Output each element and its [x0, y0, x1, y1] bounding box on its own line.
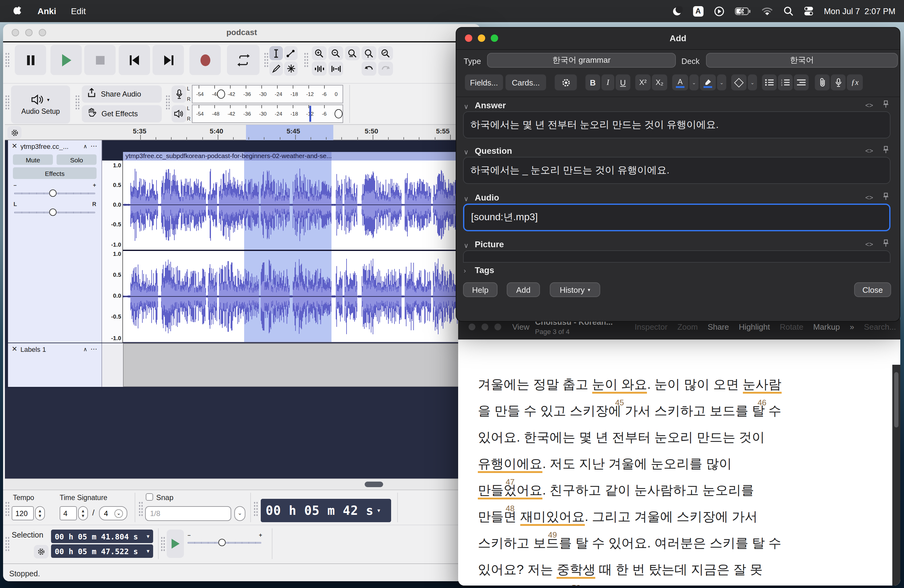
loop-button[interactable] [227, 45, 259, 75]
menu-edit[interactable]: Edit [71, 6, 86, 16]
toolbar-grip[interactable] [5, 95, 9, 109]
clip-title-bar[interactable]: ytmp3free.cc_subpdfkorean-podcast-for-be… [123, 152, 466, 161]
audacity-title-bar[interactable]: podcast [3, 24, 480, 43]
toolbar-grip[interactable] [304, 52, 308, 67]
snap-checkbox[interactable] [146, 493, 153, 501]
pin-icon[interactable] [883, 146, 889, 155]
picture-field[interactable] [463, 250, 890, 262]
playback-speed-thumb[interactable] [218, 539, 226, 546]
collapse-chevron-icon[interactable]: ∨ [464, 103, 469, 111]
superscript-button[interactable]: X² [635, 74, 651, 90]
play-button[interactable] [51, 45, 82, 75]
track-menu-icon[interactable]: ⋯ [90, 142, 98, 150]
stop-button[interactable] [84, 45, 115, 75]
time-signature-upper-input[interactable]: 4 [60, 506, 77, 520]
html-editor-icon[interactable]: <> [865, 147, 873, 154]
track-name[interactable]: ytmp3free.cc_... [20, 142, 80, 150]
tempo-stepper[interactable]: ▲▼ [35, 506, 45, 520]
italic-button[interactable]: I [601, 74, 614, 90]
text-color-caret-icon[interactable]: ⌄ [689, 74, 699, 90]
horizontal-scrollbar[interactable] [5, 479, 477, 490]
preview-tool-inspector[interactable]: Inspector [635, 322, 667, 332]
share-audio-button[interactable]: Share Audio [82, 85, 162, 103]
pan-slider-thumb[interactable] [49, 209, 57, 216]
effects-button[interactable]: Effects [13, 167, 96, 179]
mute-button[interactable]: Mute [13, 154, 53, 165]
time-signature-stepper[interactable]: ▲▼ [78, 506, 88, 520]
zoom-in-icon[interactable] [312, 46, 327, 60]
toolbar-grip[interactable] [5, 52, 9, 67]
pin-icon[interactable] [883, 100, 889, 109]
close-button[interactable]: Close [854, 282, 891, 297]
toolbar-grip[interactable] [75, 95, 79, 109]
highlight-color-caret-icon[interactable]: ⌄ [717, 74, 726, 90]
toolbar-grip[interactable] [166, 95, 170, 109]
silence-audio-icon[interactable] [329, 62, 343, 76]
control-center-icon[interactable] [803, 6, 813, 16]
preview-tool-search[interactable]: Search... [864, 322, 896, 332]
pause-button[interactable] [15, 45, 46, 75]
indent-options-icon[interactable] [794, 74, 809, 90]
skip-to-end-button[interactable] [153, 45, 184, 75]
track-collapse-icon[interactable]: ∧ [83, 143, 87, 149]
toolbar-grip[interactable] [161, 536, 165, 551]
selection-end-field[interactable]: 00 h 05 m 47.522 s ▾ [51, 544, 153, 558]
note-type-button[interactable]: 한국어 grammar [487, 53, 676, 68]
selection-start-field[interactable]: 00 h 05 m 41.804 s ▾ [51, 530, 153, 543]
remove-formatting-icon[interactable] [731, 74, 747, 90]
subscript-button[interactable]: X₂ [652, 74, 667, 90]
timeline-ruler[interactable]: 5:355:405:455:505:55 [5, 124, 477, 140]
trim-audio-icon[interactable] [312, 62, 327, 76]
gain-slider[interactable] [14, 193, 95, 194]
html-editor-icon[interactable]: <> [865, 101, 873, 109]
preview-tool-[interactable]: » [850, 322, 854, 332]
track-collapse-icon[interactable]: ∧ [83, 346, 87, 352]
record-meter-mic-icon[interactable] [172, 85, 186, 103]
focus-moon-icon[interactable] [672, 6, 682, 16]
close-icon[interactable] [469, 324, 476, 330]
solo-button[interactable]: Solo [57, 154, 96, 165]
fit-selection-icon[interactable] [345, 46, 360, 60]
zoom-out-icon[interactable] [329, 46, 343, 60]
labels-content[interactable] [123, 343, 466, 387]
toolbar-grip[interactable] [264, 52, 268, 67]
attach-paperclip-icon[interactable] [815, 74, 830, 90]
horizontal-scrollbar-thumb[interactable] [365, 482, 383, 487]
deck-button[interactable]: 한국어 [706, 53, 898, 68]
preview-tool-highlight[interactable]: Highlight [739, 322, 770, 332]
preview-scrollbar[interactable] [892, 365, 900, 586]
html-editor-icon[interactable]: <> [865, 240, 873, 248]
playback-meter-speaker-icon[interactable] [172, 105, 186, 122]
preview-tool-markup[interactable]: Markup [813, 322, 840, 332]
audio-field[interactable]: [sound:년.mp3] [463, 204, 890, 231]
history-button[interactable]: History▾ [550, 282, 600, 297]
envelope-tool-icon[interactable] [284, 46, 298, 60]
snap-value-select[interactable]: 1/8 [145, 506, 231, 521]
pan-slider[interactable] [14, 212, 95, 213]
record-button[interactable] [190, 45, 221, 75]
unordered-list-icon[interactable] [762, 74, 777, 90]
apple-menu-icon[interactable] [14, 6, 23, 16]
help-button[interactable]: Help [463, 282, 498, 297]
labels-track-name[interactable]: Labels 1 [20, 345, 80, 353]
recording-meter[interactable]: LR -54-48-42-36-30-24-18-12-60 [192, 85, 343, 103]
text-color-button[interactable]: A [672, 74, 688, 90]
add-button[interactable]: Add [507, 282, 540, 297]
waveform[interactable] [123, 161, 466, 343]
redo-icon[interactable] [378, 62, 393, 76]
answer-field[interactable]: 하국에서는 몇 년 전부터 눈오리 만드는 것이 유행이에요. [463, 111, 890, 138]
playback-speed-slider[interactable] [188, 542, 261, 544]
draw-tool-icon[interactable] [269, 62, 283, 76]
preview-tool-share[interactable]: Share [708, 322, 729, 332]
track-control-panel[interactable]: ✕ ytmp3free.cc_... ∧ ⋯ Mute Solo Effects… [8, 140, 102, 343]
expand-chevron-icon[interactable]: › [464, 267, 466, 274]
record-audio-mic-icon[interactable] [831, 74, 846, 90]
menu-bar-clock[interactable]: Mon Jul 7 2:07 PM [824, 6, 895, 16]
collapse-chevron-icon[interactable]: ∨ [464, 148, 469, 156]
timeline-options-gear-icon[interactable] [7, 126, 22, 139]
minimize-icon[interactable] [482, 324, 488, 330]
skip-to-start-button[interactable] [119, 45, 150, 75]
time-signature-lower-select[interactable]: 4 ⌄ [99, 506, 127, 520]
battery-charging-icon[interactable] [735, 7, 751, 15]
anki-title-bar[interactable]: Add [456, 28, 900, 50]
